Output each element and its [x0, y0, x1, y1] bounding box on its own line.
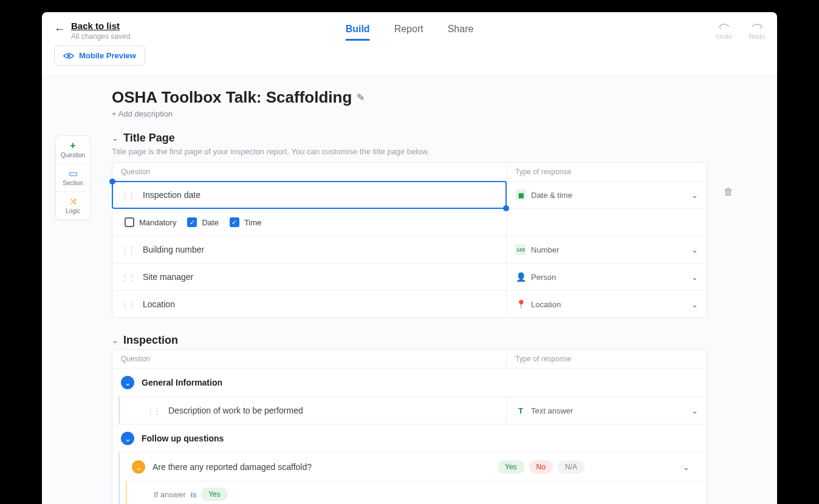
response-type-cell[interactable]: 📍 Location ⌄ — [506, 291, 707, 318]
mobile-preview-button[interactable]: Mobile Preview — [54, 46, 145, 66]
drag-handle-icon[interactable]: ⋮⋮ — [121, 300, 134, 309]
inspection-name: Inspection — [123, 334, 178, 347]
question-label: Location — [143, 299, 175, 309]
logic-is-link[interactable]: is — [191, 490, 196, 499]
date-label: Date — [202, 218, 218, 227]
back-to-list-link[interactable]: Back to list — [71, 21, 130, 31]
pill-no[interactable]: No — [529, 460, 553, 474]
eye-icon — [63, 52, 74, 60]
add-section-label: Section — [63, 180, 83, 186]
chevron-down-icon[interactable]: ⌄ — [691, 273, 698, 282]
chevron-down-icon: ⌄ — [112, 336, 118, 345]
question-row-damaged-scaffold[interactable]: ⌄ Are there any reported damaged scaffol… — [120, 452, 707, 481]
collapse-toggle-icon[interactable]: ⌄ — [121, 432, 134, 445]
inspection-table: Question Type of response ⌄ General Info… — [112, 349, 707, 504]
drag-handle-icon[interactable]: ⋮⋮ — [121, 245, 134, 254]
response-type-cell[interactable]: 123 Number ⌄ — [506, 236, 707, 263]
save-status-text: All changes saved — [71, 32, 130, 41]
main-tabs: Build Report Share — [346, 21, 474, 41]
collapse-toggle-icon[interactable]: ⌄ — [132, 460, 145, 474]
main-column: OSHA Toolbox Talk: Scaffolding ✎ + Add d… — [112, 76, 707, 504]
checkbox-checked-icon: ✓ — [230, 217, 239, 227]
svg-point-0 — [67, 54, 70, 57]
response-type-cell[interactable]: 👤 Person ⌄ — [506, 264, 707, 290]
question-row-description-of-work[interactable]: ⋮⋮ Description of work to be performed T… — [120, 397, 707, 424]
trash-icon[interactable]: 🗑 — [724, 186, 733, 197]
redo-button[interactable]: Redo — [749, 22, 765, 40]
question-label: Are there any reported damaged scaffold? — [152, 462, 490, 472]
group-label: Follow up questions — [142, 434, 224, 443]
response-type-cell[interactable]: ▦ Date & time ⌄ — [506, 182, 707, 208]
pill-yes[interactable]: Yes — [498, 460, 524, 474]
chevron-down-icon[interactable]: ⌄ — [691, 245, 698, 254]
response-type-cell[interactable]: T Text answer ⌄ — [506, 397, 707, 424]
question-row-location[interactable]: ⋮⋮ Location 📍 Location ⌄ — [112, 290, 707, 318]
chevron-down-icon: ⌄ — [112, 134, 118, 143]
number-icon: 123 — [515, 244, 526, 255]
tab-share[interactable]: Share — [448, 21, 474, 41]
add-section-tool[interactable]: ▭ Section — [56, 163, 90, 191]
selection-handle-icon[interactable] — [503, 205, 509, 211]
content-area: + Question ▭ Section ⤮ Logic OSHA Toolbo… — [42, 76, 777, 504]
response-type-label: Person — [531, 273, 556, 282]
add-description-link[interactable]: + Add description — [112, 109, 707, 118]
tab-report[interactable]: Report — [394, 21, 423, 41]
logic-if-text: If answer — [154, 490, 186, 499]
subbar: Mobile Preview — [42, 46, 777, 76]
person-icon: 👤 — [515, 271, 526, 282]
date-toggle[interactable]: ✓ Date — [187, 217, 218, 227]
question-row-site-manager[interactable]: ⋮⋮ Site manager 👤 Person ⌄ — [112, 263, 707, 290]
chevron-down-icon[interactable]: ⌄ — [683, 463, 690, 472]
mobile-preview-label: Mobile Preview — [79, 51, 136, 60]
group-follow-up-questions[interactable]: ⌄ Follow up questions — [112, 424, 707, 452]
group-general-information[interactable]: ⌄ General Information — [112, 368, 707, 397]
add-logic-label: Logic — [66, 208, 80, 214]
question-row-inspection-date[interactable]: ⋮⋮ Inspection date ▦ Date & time ⌄ 🗑 — [112, 181, 707, 208]
question-label: Description of work to be performed — [168, 406, 303, 415]
response-pills[interactable]: Yes No N/A — [498, 460, 678, 474]
logic-icon: ⤮ — [69, 197, 77, 206]
drag-handle-icon[interactable]: ⋮⋮ — [121, 273, 134, 282]
logic-condition-row[interactable]: If answer is Yes — [127, 481, 707, 504]
undo-button[interactable]: Undo — [716, 22, 732, 40]
drag-handle-icon[interactable]: ⋮⋮ — [146, 406, 160, 415]
checkbox-unchecked-icon — [125, 217, 134, 227]
inspection-header[interactable]: ⌄ Inspection — [112, 334, 707, 347]
col-header-response: Type of response — [506, 163, 707, 181]
drag-handle-icon[interactable]: ⋮⋮ — [121, 191, 134, 200]
template-title[interactable]: OSHA Toolbox Talk: Scaffolding — [112, 88, 352, 107]
col-header-question: Question — [112, 350, 506, 368]
logic-value-pill[interactable]: Yes — [201, 488, 228, 501]
add-question-label: Question — [61, 152, 85, 158]
collapse-toggle-icon[interactable]: ⌄ — [121, 376, 134, 389]
time-toggle[interactable]: ✓ Time — [230, 217, 261, 227]
back-arrow-icon[interactable]: ← — [54, 23, 65, 36]
title-page-table: Question Type of response ⋮⋮ Inspection … — [112, 162, 707, 318]
title-page-hint: Title page is the first page of your ins… — [112, 147, 707, 156]
selection-handle-icon[interactable] — [109, 179, 115, 185]
add-question-tool[interactable]: + Question — [56, 136, 90, 163]
undo-label: Undo — [716, 33, 732, 40]
title-page-header[interactable]: ⌄ Title Page — [112, 132, 707, 145]
back-group: ← Back to list All changes saved — [54, 21, 130, 41]
question-row-building-number[interactable]: ⋮⋮ Building number 123 Number ⌄ — [112, 236, 707, 263]
mandatory-label: Mandatory — [139, 218, 176, 227]
col-header-response: Type of response — [506, 350, 707, 368]
chevron-down-icon[interactable]: ⌄ — [691, 406, 698, 415]
plus-icon: + — [70, 141, 75, 151]
tab-build[interactable]: Build — [346, 21, 370, 41]
checkbox-checked-icon: ✓ — [187, 217, 197, 227]
pill-na[interactable]: N/A — [558, 460, 584, 474]
chevron-down-icon[interactable]: ⌄ — [691, 300, 698, 309]
add-logic-tool[interactable]: ⤮ Logic — [56, 191, 90, 219]
question-label: Building number — [143, 245, 204, 254]
response-type-label: Number — [531, 245, 559, 254]
mandatory-toggle[interactable]: Mandatory — [125, 217, 176, 227]
section-icon: ▭ — [69, 169, 78, 179]
time-label: Time — [244, 218, 261, 227]
col-header-question: Question — [112, 163, 506, 181]
chevron-down-icon[interactable]: ⌄ — [691, 191, 698, 200]
calendar-icon: ▦ — [515, 189, 526, 200]
pencil-icon[interactable]: ✎ — [357, 92, 365, 103]
title-page-name: Title Page — [123, 132, 175, 145]
